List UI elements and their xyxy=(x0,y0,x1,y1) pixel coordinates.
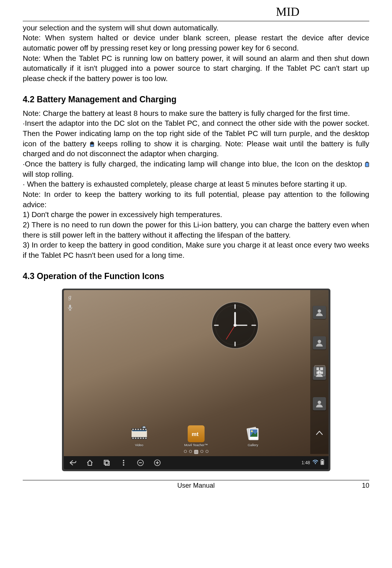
svg-rect-2 xyxy=(91,144,94,146)
svg-rect-5 xyxy=(366,163,369,166)
svg-rect-27 xyxy=(137,429,139,430)
paragraph: Note: When system halted or device under… xyxy=(23,33,369,53)
paragraph: your selection and the system will shut … xyxy=(23,23,369,33)
dock-item-movil-teacher[interactable]: mt Movil Teacher™ xyxy=(184,425,208,447)
svg-rect-25 xyxy=(132,429,133,430)
svg-rect-36 xyxy=(145,437,146,439)
footer-title: User Manual xyxy=(45,481,347,490)
dock-label: Video xyxy=(135,443,143,447)
back-button[interactable] xyxy=(69,459,77,467)
svg-point-50 xyxy=(123,462,124,463)
apps-grid-button[interactable] xyxy=(314,365,325,376)
svg-rect-60 xyxy=(321,461,323,464)
paragraph: · When the battery is exhausted complete… xyxy=(23,179,369,189)
svg-rect-24 xyxy=(131,437,147,439)
svg-point-46 xyxy=(251,430,253,432)
svg-rect-29 xyxy=(142,429,144,430)
tablet-frame: g xyxy=(62,289,330,471)
paragraph: 1) Don't charge the power in excessively… xyxy=(23,209,369,220)
paragraph: ·Once the battery is fully charged, the … xyxy=(23,159,369,179)
tablet-display: g xyxy=(64,290,329,469)
svg-rect-28 xyxy=(140,429,141,430)
svg-rect-34 xyxy=(140,437,141,439)
page-dot[interactable] xyxy=(200,450,203,453)
search-strip[interactable]: g xyxy=(67,293,73,311)
expand-arrow-icon[interactable] xyxy=(313,428,326,438)
movil-teacher-icon[interactable]: mt xyxy=(187,425,204,442)
svg-rect-33 xyxy=(137,437,139,439)
svg-rect-37 xyxy=(131,430,147,437)
battery-full-icon xyxy=(365,162,369,167)
contact-avatar[interactable] xyxy=(313,397,326,410)
contacts-sidebar[interactable] xyxy=(310,290,329,454)
google-search-icon[interactable]: g xyxy=(67,293,73,301)
svg-rect-26 xyxy=(135,429,136,430)
page-dot-home[interactable] xyxy=(194,450,198,454)
volume-up-button[interactable] xyxy=(153,459,161,467)
page-footer: User Manual 10 xyxy=(23,481,369,490)
svg-text:mt: mt xyxy=(191,431,198,437)
header-title: MID xyxy=(23,4,369,20)
page-dot[interactable] xyxy=(184,450,187,453)
footer-rule xyxy=(23,480,369,480)
battery-status-icon xyxy=(320,459,324,466)
text-run: will stop rolling. xyxy=(23,170,74,178)
text-run: ·Once the battery is fully charged, the … xyxy=(23,160,365,168)
voice-search-icon[interactable] xyxy=(67,304,73,311)
battery-charging-icon xyxy=(90,142,94,147)
svg-rect-35 xyxy=(142,437,144,439)
svg-point-19 xyxy=(318,309,321,313)
svg-marker-40 xyxy=(142,426,145,428)
svg-point-51 xyxy=(123,464,124,466)
status-tray[interactable]: 1:48 xyxy=(301,459,328,466)
svg-rect-48 xyxy=(105,461,109,465)
page-indicator xyxy=(184,450,208,454)
dock-item-video[interactable]: Video xyxy=(131,425,147,447)
home-button[interactable] xyxy=(86,459,94,467)
status-time: 1:48 xyxy=(301,460,310,466)
tablet-screenshot: g xyxy=(23,289,369,471)
recents-button[interactable] xyxy=(103,459,111,467)
svg-rect-30 xyxy=(145,429,146,430)
svg-rect-31 xyxy=(132,437,133,439)
app-dock: Video mt Movil Teacher™ xyxy=(131,425,261,447)
video-app-icon[interactable] xyxy=(131,425,147,442)
svg-rect-38 xyxy=(132,430,146,431)
page-dot[interactable] xyxy=(205,450,208,453)
dock-item-gallery[interactable]: Gallery xyxy=(245,425,261,447)
contact-avatar[interactable] xyxy=(313,336,326,349)
paragraph: Note: Charge the battery at least 8 hour… xyxy=(23,108,369,118)
paragraph: 3) In order to keep the battery in good … xyxy=(23,240,369,260)
page-dot[interactable] xyxy=(189,450,192,453)
svg-point-22 xyxy=(318,401,321,404)
svg-point-49 xyxy=(123,460,124,461)
dock-label: Gallery xyxy=(248,443,258,447)
navigation-bar: 1:48 xyxy=(64,456,329,469)
paragraph: ·Insert the adaptor into the DC slot on … xyxy=(23,118,369,159)
section-heading-4-3: 4.3 Operation of the Function Icons xyxy=(23,271,369,282)
gallery-icon[interactable] xyxy=(245,425,261,442)
svg-rect-47 xyxy=(104,460,108,464)
section-heading-4-2: 4.2 Battery Management and Charging xyxy=(23,94,369,105)
paragraph: Note: In order to keep the battery worki… xyxy=(23,189,369,209)
svg-rect-6 xyxy=(69,305,71,308)
analog-clock-widget[interactable] xyxy=(209,300,261,351)
page-number: 10 xyxy=(347,481,369,490)
wifi-icon xyxy=(312,460,318,466)
volume-down-button[interactable] xyxy=(136,459,144,467)
svg-rect-32 xyxy=(135,437,136,439)
paragraph: 2) There is no need to run down the powe… xyxy=(23,220,369,240)
svg-point-18 xyxy=(234,324,237,327)
svg-point-20 xyxy=(318,340,321,343)
contact-avatar[interactable] xyxy=(313,306,326,319)
paragraph: Note: When the Tablet PC is running low … xyxy=(23,53,369,84)
svg-rect-23 xyxy=(131,428,147,430)
svg-point-57 xyxy=(315,463,316,464)
header-rule xyxy=(23,21,369,21)
menu-button[interactable] xyxy=(120,459,128,467)
dock-label: Movil Teacher™ xyxy=(184,443,208,447)
